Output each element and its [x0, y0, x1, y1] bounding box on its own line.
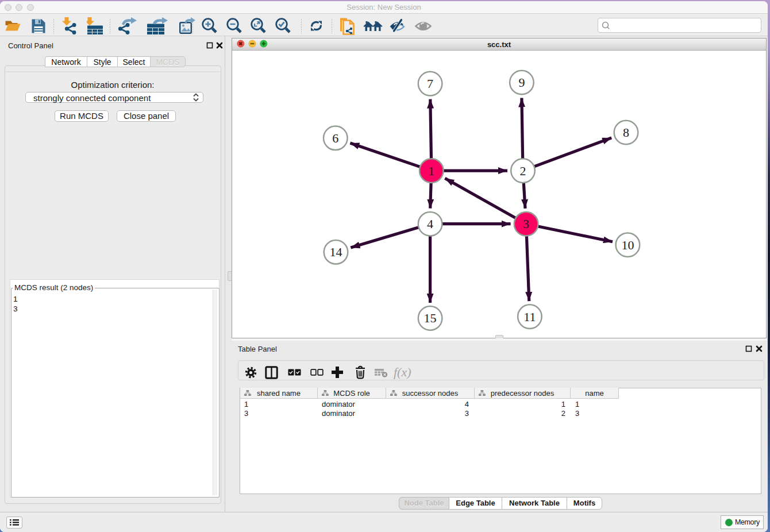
svg-text:10: 10 [621, 238, 634, 252]
svg-text:7: 7 [427, 76, 433, 91]
svg-text:1: 1 [428, 164, 434, 178]
svg-text:3: 3 [523, 217, 529, 231]
svg-text:9: 9 [518, 75, 525, 90]
svg-text:14: 14 [330, 245, 342, 259]
svg-text:2: 2 [520, 164, 526, 178]
svg-text:6: 6 [332, 131, 338, 145]
svg-text:4: 4 [427, 217, 433, 231]
svg-text:8: 8 [623, 125, 629, 140]
svg-text:11: 11 [523, 310, 536, 324]
svg-text:15: 15 [424, 311, 437, 325]
